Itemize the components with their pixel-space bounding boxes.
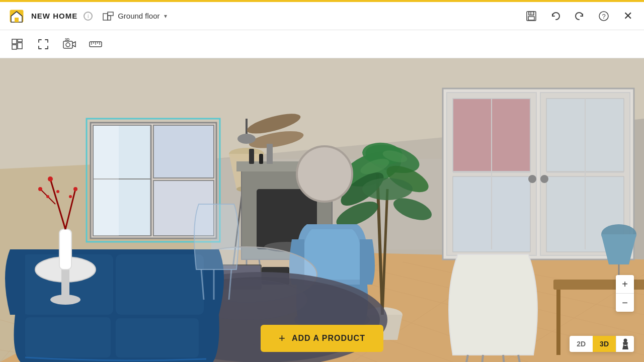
- svg-rect-4: [108, 16, 111, 20]
- svg-rect-70: [249, 149, 254, 164]
- svg-rect-102: [116, 254, 204, 315]
- svg-rect-14: [12, 45, 17, 49]
- svg-rect-111: [59, 229, 71, 269]
- home-logo[interactable]: [8, 8, 25, 25]
- redo-button[interactable]: [572, 8, 588, 24]
- viewport[interactable]: + ADD A PRODUCT + − 2D 3D: [0, 58, 644, 362]
- save-button[interactable]: [523, 8, 539, 24]
- svg-point-60: [237, 134, 256, 144]
- svg-point-120: [46, 195, 49, 198]
- svg-point-16: [66, 43, 70, 47]
- plus-icon: +: [279, 332, 286, 345]
- undo-button[interactable]: [547, 8, 564, 24]
- svg-rect-72: [267, 144, 273, 164]
- zoom-out-button[interactable]: −: [616, 294, 634, 312]
- add-product-label: ADD A PRODUCT: [292, 334, 365, 343]
- svg-rect-1: [15, 18, 19, 22]
- svg-rect-11: [12, 39, 17, 44]
- svg-point-147: [623, 339, 627, 342]
- svg-point-129: [540, 175, 548, 183]
- zoom-in-button[interactable]: +: [616, 275, 634, 293]
- svg-rect-13: [18, 43, 22, 49]
- mode-3d-button[interactable]: 3D: [593, 336, 616, 352]
- room-scene: [0, 58, 644, 362]
- add-product-button[interactable]: + ADD A PRODUCT: [261, 325, 383, 352]
- header: NEW HOME i Ground floor ▾: [0, 2, 644, 30]
- svg-rect-3: [108, 12, 113, 16]
- svg-text:3D: 3D: [65, 38, 69, 41]
- fullscreen-button[interactable]: [34, 35, 52, 53]
- camera-3d-button[interactable]: 3D: [60, 35, 78, 53]
- svg-point-117: [38, 187, 42, 191]
- mode-2d-button[interactable]: 2D: [570, 336, 593, 352]
- floor-label: Ground floor: [118, 12, 159, 20]
- svg-point-128: [528, 175, 536, 183]
- svg-point-110: [50, 295, 80, 305]
- toolbar: 3D: [0, 30, 644, 58]
- layout-button[interactable]: [8, 35, 26, 53]
- svg-point-115: [48, 176, 53, 182]
- bottom-controls: + ADD A PRODUCT: [0, 325, 644, 352]
- svg-rect-8: [530, 12, 531, 15]
- wall-mirror: [297, 146, 352, 202]
- svg-rect-12: [18, 39, 22, 42]
- svg-point-118: [56, 190, 59, 193]
- floor-chevron-icon: ▾: [164, 13, 167, 20]
- svg-rect-7: [528, 17, 534, 20]
- header-right: ? ✕: [523, 8, 636, 24]
- info-icon[interactable]: i: [84, 12, 93, 21]
- floor-selector[interactable]: Ground floor ▾: [99, 10, 171, 23]
- header-left: NEW HOME i Ground floor ▾: [8, 8, 171, 25]
- svg-rect-2: [103, 14, 108, 20]
- person-view-button[interactable]: [616, 336, 634, 352]
- svg-rect-55: [94, 126, 119, 236]
- help-button[interactable]: ?: [596, 8, 612, 24]
- svg-point-85: [362, 178, 413, 200]
- svg-rect-15: [63, 41, 72, 48]
- app-title: NEW HOME: [31, 12, 77, 20]
- close-button[interactable]: ✕: [620, 8, 636, 24]
- floor-plan-icon: [103, 12, 114, 21]
- svg-text:?: ?: [602, 12, 606, 20]
- measure-button[interactable]: [87, 35, 105, 53]
- svg-point-119: [69, 195, 72, 198]
- svg-point-116: [73, 187, 77, 191]
- zoom-controls: + −: [616, 275, 634, 312]
- svg-rect-71: [259, 154, 263, 164]
- svg-rect-51: [153, 125, 214, 178]
- view-mode-toggle: 2D 3D: [570, 336, 634, 352]
